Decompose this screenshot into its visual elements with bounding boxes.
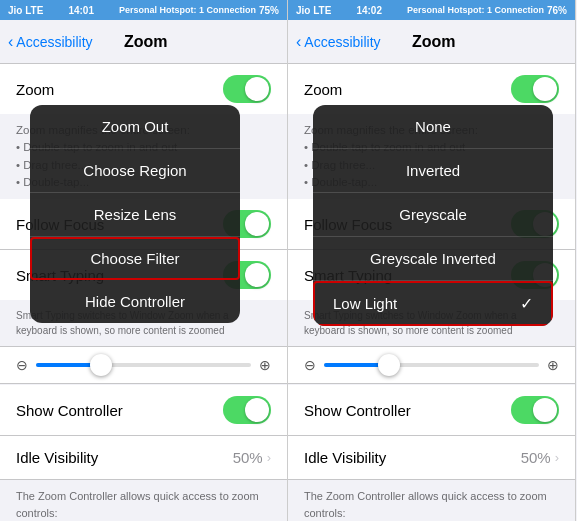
zoom-slider-right[interactable]: ⊖ ⊕ bbox=[288, 346, 575, 384]
battery-right: 76% bbox=[547, 5, 567, 16]
menu-item-inverted[interactable]: Inverted bbox=[313, 149, 553, 193]
idle-label-left: Idle Visibility bbox=[16, 449, 98, 466]
idle-chevron-right: › bbox=[555, 450, 559, 465]
idle-value-right-right: 50% › bbox=[521, 449, 559, 466]
menu-item-hide-controller-label: Hide Controller bbox=[85, 293, 185, 310]
back-chevron-left: ‹ bbox=[8, 33, 13, 51]
status-bar-right: Jio LTE 14:02 Personal Hotspot: 1 Connec… bbox=[288, 0, 575, 20]
time-left: 14:01 bbox=[68, 5, 94, 16]
zoom-out-icon-left: ⊖ bbox=[16, 357, 28, 373]
menu-item-none-label: None bbox=[415, 118, 451, 135]
menu-item-choose-region[interactable]: Choose Region bbox=[30, 149, 240, 193]
back-label-left: Accessibility bbox=[16, 34, 92, 50]
low-light-checkmark: ✓ bbox=[520, 294, 533, 313]
controller-section-right: Show Controller Idle Visibility 50% › bbox=[288, 385, 575, 480]
menu-item-zoom-out[interactable]: Zoom Out bbox=[30, 105, 240, 149]
hotspot-left: Personal Hotspot: 1 Connection bbox=[119, 5, 256, 15]
menu-item-choose-filter[interactable]: Choose Filter bbox=[30, 237, 240, 280]
nav-bar-left: ‹ Accessibility Zoom bbox=[0, 20, 287, 64]
slider-thumb-left[interactable] bbox=[90, 354, 112, 376]
menu-item-low-light[interactable]: Low Light ✓ bbox=[313, 281, 553, 326]
show-controller-toggle-left[interactable] bbox=[223, 396, 271, 424]
back-label-right: Accessibility bbox=[304, 34, 380, 50]
show-controller-label-right: Show Controller bbox=[304, 402, 411, 419]
menu-item-zoom-out-label: Zoom Out bbox=[102, 118, 169, 135]
idle-value-left: 50% bbox=[233, 449, 263, 466]
menu-item-hide-controller[interactable]: Hide Controller bbox=[30, 280, 240, 323]
zoom-toggle-left[interactable] bbox=[223, 75, 271, 103]
menu-item-choose-region-label: Choose Region bbox=[83, 162, 186, 179]
controller-section-left: Show Controller Idle Visibility 50% › bbox=[0, 385, 287, 480]
slider-track-right[interactable] bbox=[324, 363, 539, 367]
show-controller-toggle-right[interactable] bbox=[511, 396, 559, 424]
left-panel: Jio LTE 14:01 Personal Hotspot: 1 Connec… bbox=[0, 0, 288, 521]
footer-desc-left: The Zoom Controller allows quick access … bbox=[0, 480, 287, 521]
menu-item-greyscale-label: Greyscale bbox=[399, 206, 467, 223]
battery-left: 75% bbox=[259, 5, 279, 16]
idle-label-right: Idle Visibility bbox=[304, 449, 386, 466]
menu-item-resize-lens-label: Resize Lens bbox=[94, 206, 177, 223]
back-button-left[interactable]: ‹ Accessibility bbox=[8, 33, 93, 51]
carrier-left: Jio LTE bbox=[8, 5, 43, 16]
menu-item-greyscale-inverted-label: Greyscale Inverted bbox=[370, 250, 496, 267]
status-right-left: Personal Hotspot: 1 Connection 75% bbox=[119, 5, 279, 16]
idle-value-right-left: 50% › bbox=[233, 449, 271, 466]
show-controller-label-left: Show Controller bbox=[16, 402, 123, 419]
menu-item-none[interactable]: None bbox=[313, 105, 553, 149]
zoom-in-icon-left: ⊕ bbox=[259, 357, 271, 373]
back-button-right[interactable]: ‹ Accessibility bbox=[296, 33, 381, 51]
zoom-label-left: Zoom bbox=[16, 81, 54, 98]
menu-item-low-light-label: Low Light bbox=[333, 295, 397, 312]
zoom-in-icon-right: ⊕ bbox=[547, 357, 559, 373]
show-controller-row-left: Show Controller bbox=[0, 385, 287, 436]
zoom-slider-left[interactable]: ⊖ ⊕ bbox=[0, 346, 287, 384]
idle-chevron-left: › bbox=[267, 450, 271, 465]
idle-visibility-row-right[interactable]: Idle Visibility 50% › bbox=[288, 436, 575, 480]
status-right-right: Personal Hotspot: 1 Connection 76% bbox=[407, 5, 567, 16]
menu-item-resize-lens[interactable]: Resize Lens bbox=[30, 193, 240, 237]
nav-title-right: Zoom bbox=[412, 33, 456, 51]
slider-track-left[interactable] bbox=[36, 363, 251, 367]
menu-item-choose-filter-label: Choose Filter bbox=[90, 250, 179, 267]
zoom-label-right: Zoom bbox=[304, 81, 342, 98]
status-bar-left: Jio LTE 14:01 Personal Hotspot: 1 Connec… bbox=[0, 0, 287, 20]
idle-visibility-row-left[interactable]: Idle Visibility 50% › bbox=[0, 436, 287, 480]
footer-line1-left: The Zoom Controller allows quick access … bbox=[16, 488, 271, 521]
overlay-menu-left[interactable]: Zoom Out Choose Region Resize Lens Choos… bbox=[30, 105, 240, 323]
show-controller-row-right: Show Controller bbox=[288, 385, 575, 436]
carrier-right: Jio LTE bbox=[296, 5, 331, 16]
nav-bar-right: ‹ Accessibility Zoom bbox=[288, 20, 575, 64]
back-chevron-right: ‹ bbox=[296, 33, 301, 51]
status-left: Jio LTE bbox=[8, 5, 43, 16]
idle-value-right: 50% bbox=[521, 449, 551, 466]
menu-item-greyscale-inverted[interactable]: Greyscale Inverted bbox=[313, 237, 553, 281]
zoom-toggle-right[interactable] bbox=[511, 75, 559, 103]
menu-item-greyscale[interactable]: Greyscale bbox=[313, 193, 553, 237]
overlay-menu-right[interactable]: None Inverted Greyscale Greyscale Invert… bbox=[313, 105, 553, 326]
footer-line1-right: The Zoom Controller allows quick access … bbox=[304, 488, 559, 521]
nav-title-left: Zoom bbox=[124, 33, 168, 51]
footer-desc-right: The Zoom Controller allows quick access … bbox=[288, 480, 575, 521]
hotspot-right: Personal Hotspot: 1 Connection bbox=[407, 5, 544, 15]
time-right: 14:02 bbox=[356, 5, 382, 16]
status-left-right: Jio LTE bbox=[296, 5, 331, 16]
right-panel: Jio LTE 14:02 Personal Hotspot: 1 Connec… bbox=[288, 0, 576, 521]
zoom-out-icon-right: ⊖ bbox=[304, 357, 316, 373]
menu-item-inverted-label: Inverted bbox=[406, 162, 460, 179]
slider-thumb-right[interactable] bbox=[378, 354, 400, 376]
